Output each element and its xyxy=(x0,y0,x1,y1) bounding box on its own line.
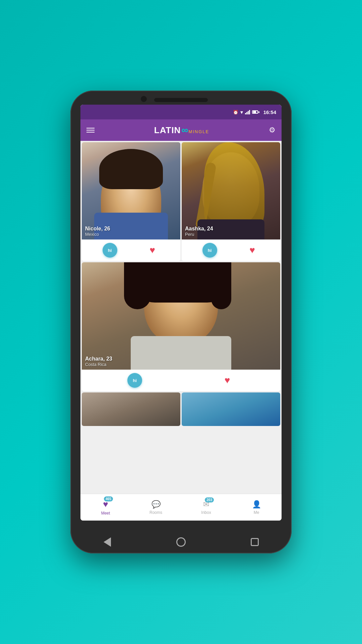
aashka-heart-icon: ♥ xyxy=(249,245,255,256)
logo-infinity-icon: ∞ xyxy=(181,125,188,136)
rooms-icon-wrapper: 💬 xyxy=(152,500,161,509)
achara-heart-button[interactable]: ♥ xyxy=(220,373,235,388)
achara-photo: Achara, 23 Costa Rica xyxy=(82,262,280,370)
profile-card-nicole[interactable]: Nicole, 26 Mexico hi ♥ xyxy=(82,142,180,261)
phone-nav xyxy=(70,531,292,553)
tab-rooms[interactable]: 💬 Rooms xyxy=(142,500,169,515)
app-logo: LATIN ∞ MINGLE xyxy=(154,125,209,136)
recent-button[interactable] xyxy=(247,535,262,549)
me-label: Me xyxy=(254,510,259,515)
nicole-name-overlay: Nicole, 26 Mexico xyxy=(85,226,110,237)
inbox-icon-wrapper: ✉ 203 xyxy=(203,500,209,509)
aashka-photo: Aashka, 24 Peru xyxy=(182,142,280,239)
status-bar: ⏰ ▾ 16:54 xyxy=(80,105,282,119)
achara-location: Costa Rica xyxy=(85,362,112,367)
meet-badge: 465 xyxy=(104,496,113,501)
logo-latin-text: LATIN xyxy=(154,125,181,136)
preview-row xyxy=(82,392,280,426)
me-icon: 👤 xyxy=(252,500,261,508)
signal-icon xyxy=(245,110,250,114)
nicole-hi-label: hi xyxy=(108,248,112,253)
phone-frame: ⏰ ▾ 16:54 xyxy=(70,91,292,553)
status-time: 16:54 xyxy=(263,109,276,115)
tab-bar: ♥ 465 Meet 💬 Rooms ✉ 203 Inbox xyxy=(80,494,282,521)
wifi-icon: ▾ xyxy=(240,109,243,115)
me-icon-wrapper: 👤 xyxy=(252,500,261,509)
aashka-location: Peru xyxy=(185,232,213,237)
achara-hi-button[interactable]: hi xyxy=(127,373,142,388)
back-button[interactable] xyxy=(100,535,115,549)
aashka-hi-label: hi xyxy=(208,248,212,253)
tab-inbox[interactable]: ✉ 203 Inbox xyxy=(193,500,220,515)
nicole-location: Mexico xyxy=(85,232,110,237)
aashka-name-overlay: Aashka, 24 Peru xyxy=(185,226,213,237)
inbox-label: Inbox xyxy=(201,510,211,515)
preview-card-1[interactable] xyxy=(82,392,180,426)
aashka-heart-button[interactable]: ♥ xyxy=(245,243,260,258)
achara-actions: hi ♥ xyxy=(82,370,280,391)
achara-image: Achara, 23 Costa Rica xyxy=(82,262,280,370)
aashka-actions: hi ♥ xyxy=(182,239,280,261)
inbox-badge: 203 xyxy=(205,497,214,502)
status-icons: ⏰ ▾ 16:54 xyxy=(233,109,276,115)
profile-card-achara[interactable]: Achara, 23 Costa Rica hi ♥ xyxy=(82,262,280,391)
profile-grid: Nicole, 26 Mexico hi ♥ xyxy=(80,141,282,494)
meet-label: Meet xyxy=(101,511,110,516)
aashka-image: Aashka, 24 Peru xyxy=(182,142,280,239)
alarm-icon: ⏰ xyxy=(233,110,238,115)
achara-name: Achara, 23 xyxy=(85,356,112,362)
preview-card-2[interactable] xyxy=(182,392,280,426)
rooms-icon: 💬 xyxy=(152,500,161,508)
rooms-label: Rooms xyxy=(149,510,162,515)
menu-button[interactable] xyxy=(86,128,95,132)
tab-meet[interactable]: ♥ 465 Meet xyxy=(92,499,119,516)
nicole-name: Nicole, 26 xyxy=(85,226,110,232)
aashka-name: Aashka, 24 xyxy=(185,226,213,232)
home-icon xyxy=(176,537,186,547)
nicole-heart-icon: ♥ xyxy=(149,245,155,256)
profile-row-1: Nicole, 26 Mexico hi ♥ xyxy=(82,142,280,261)
phone-camera xyxy=(141,96,147,102)
back-icon xyxy=(104,537,111,547)
home-button[interactable] xyxy=(174,535,188,549)
nicole-hi-button[interactable]: hi xyxy=(103,243,117,258)
recent-icon xyxy=(251,538,259,546)
achara-hi-label: hi xyxy=(133,378,137,383)
meet-icon-wrapper: ♥ 465 xyxy=(103,499,108,509)
nicole-heart-button[interactable]: ♥ xyxy=(145,243,160,258)
aashka-hi-button[interactable]: hi xyxy=(202,243,217,258)
phone-screen: ⏰ ▾ 16:54 xyxy=(80,105,282,521)
top-nav: LATIN ∞ MINGLE ⚙ xyxy=(80,119,282,141)
nicole-actions: hi ♥ xyxy=(82,239,180,261)
nicole-photo: Nicole, 26 Mexico xyxy=(82,142,180,239)
settings-icon[interactable]: ⚙ xyxy=(269,126,276,135)
achara-heart-icon: ♥ xyxy=(225,375,230,386)
tab-me[interactable]: 👤 Me xyxy=(243,500,270,515)
profile-card-aashka[interactable]: Aashka, 24 Peru hi ♥ xyxy=(182,142,280,261)
logo-mingle-text: MINGLE xyxy=(188,129,209,134)
phone-speaker xyxy=(154,98,208,102)
achara-name-overlay: Achara, 23 Costa Rica xyxy=(85,356,112,367)
battery-icon xyxy=(252,110,259,114)
nicole-image: Nicole, 26 Mexico xyxy=(82,142,180,239)
